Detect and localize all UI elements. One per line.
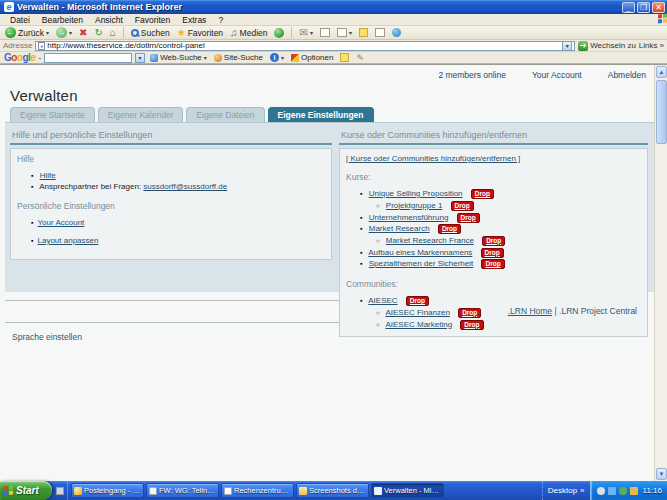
desktop-chevron-icon[interactable]: » — [580, 486, 584, 495]
search-button[interactable]: Suchen — [129, 26, 172, 39]
restore-button[interactable]: ❐ — [637, 2, 650, 13]
drop-button[interactable]: Drop — [458, 308, 481, 318]
menu-item[interactable]: Extras — [176, 14, 212, 26]
favorites-button[interactable]: ★ Favoriten — [175, 26, 225, 39]
community-link[interactable]: AIESEC Marketing — [385, 320, 452, 329]
course-link[interactable]: Unique Selling Proposition — [369, 189, 463, 198]
course-link[interactable]: Projektgruppe 1 — [386, 201, 442, 210]
address-dropdown-icon[interactable]: ▾ — [562, 41, 572, 51]
personal-settings-link[interactable]: Your Account — [37, 218, 84, 227]
tray-icon-3[interactable] — [619, 487, 627, 495]
course-link[interactable]: Unternehmensführung — [369, 213, 449, 222]
scrollbar-thumb[interactable] — [656, 80, 667, 144]
lrn-project-central-link[interactable]: .LRN Project Central — [559, 306, 637, 316]
go-arrow-icon: ➜ — [578, 41, 588, 51]
tab[interactable]: Eigene Startseite — [10, 107, 95, 122]
set-language-link[interactable]: Sprache einstellen — [12, 332, 82, 342]
scroll-up-icon[interactable]: ▲ — [656, 66, 667, 78]
site-search-button[interactable]: Site-Suche — [212, 53, 265, 62]
taskbar: Start Posteingang - Micros... FW: WG: Te… — [0, 481, 667, 500]
pencil-button[interactable]: ✎ — [354, 53, 366, 63]
menu-item[interactable]: Favoriten — [129, 14, 176, 26]
tray-icon-2[interactable] — [608, 487, 616, 495]
mail-button[interactable]: ✉ ▾ — [297, 26, 314, 39]
tray-icon-1[interactable] — [597, 487, 605, 495]
home-button[interactable]: ⌂ — [108, 26, 118, 39]
course-link[interactable]: Market Research France — [386, 236, 474, 245]
messenger-button[interactable] — [373, 26, 387, 39]
menu-item[interactable]: Ansicht — [89, 14, 129, 26]
your-account-link[interactable]: Your Account — [532, 70, 582, 80]
drop-button[interactable]: Drop — [482, 236, 505, 246]
web-search-button[interactable]: Web-Suche ▾ — [148, 53, 209, 62]
history-button[interactable] — [272, 26, 286, 39]
address-input[interactable] — [47, 41, 560, 50]
back-button[interactable]: ← Zurück ▾ — [3, 26, 51, 39]
contact-email-link[interactable]: sussdorff@sussdorff.de — [143, 182, 227, 191]
drop-button[interactable]: Drop — [471, 189, 494, 199]
forward-dropdown-icon: ▾ — [69, 29, 72, 36]
page-icon: e — [38, 42, 45, 50]
menu-item[interactable]: Bearbeiten — [36, 14, 89, 26]
taskbar-task[interactable]: Screenshots dotLRN... — [296, 483, 369, 498]
media-button[interactable]: ♫ Medien — [228, 26, 269, 39]
highlight-button[interactable] — [338, 53, 351, 62]
contacts-button[interactable] — [390, 26, 403, 39]
scroll-down-icon[interactable]: ▼ — [656, 468, 667, 480]
menu-item[interactable]: ? — [212, 14, 229, 26]
links-toolbar[interactable]: Links » — [639, 41, 664, 50]
toolbar-separator — [123, 27, 124, 38]
google-input-dropdown-icon[interactable]: ▾ — [135, 53, 145, 63]
taskbar-task[interactable]: Verwalten - Microsoft... — [371, 483, 444, 498]
stop-button[interactable]: ✖ — [77, 26, 89, 39]
forward-button[interactable]: → ▾ — [54, 26, 74, 39]
taskbar-task[interactable]: Posteingang - Micros... — [71, 483, 144, 498]
drop-button[interactable]: Drop — [406, 296, 429, 306]
start-button[interactable]: Start — [0, 481, 52, 500]
address-field[interactable]: e ▾ — [35, 41, 575, 51]
course-link[interactable]: Spezialthemen der Sicherheit — [369, 259, 474, 268]
list-item: Hilfe — [31, 171, 325, 181]
close-button[interactable]: ✕ — [652, 2, 665, 13]
vertical-scrollbar[interactable]: ▲ ▼ — [654, 65, 667, 481]
logout-link[interactable]: Abmelden — [608, 70, 646, 80]
start-label: Start — [16, 485, 39, 496]
menu-item[interactable]: Datei — [4, 14, 36, 26]
drop-button[interactable]: Drop — [457, 213, 480, 223]
course-link[interactable]: Aufbau eines Markennamens — [368, 248, 472, 257]
community-link[interactable]: AIESEC Finanzen — [385, 308, 449, 317]
drop-button[interactable]: Drop — [451, 201, 474, 211]
refresh-button[interactable]: ↻ — [92, 26, 104, 39]
drop-button[interactable]: Drop — [481, 248, 504, 258]
personal-settings-link[interactable]: Layout anpassen — [37, 236, 98, 245]
minimize-button[interactable]: _ — [622, 2, 635, 13]
taskbar-task[interactable]: FW: WG: Teilnahme v... — [146, 483, 219, 498]
desktop-toolbar[interactable]: Desktop » — [542, 481, 590, 500]
help-link[interactable]: Hilfe — [40, 171, 56, 180]
quick-launch-icon[interactable] — [56, 487, 64, 495]
course-link[interactable]: Market Research — [369, 224, 430, 233]
tab[interactable]: Eigene Einstellungen — [268, 107, 374, 122]
info-icon: i — [270, 53, 279, 62]
tab[interactable]: Eigener Kalender — [98, 107, 184, 122]
lrn-home-link[interactable]: .LRN Home — [508, 306, 552, 316]
taskbar-task[interactable]: Rechenzentrum Uni K... — [221, 483, 294, 498]
manage-memberships-link[interactable]: [ Kurse oder Communities hinzufügen/entf… — [346, 154, 520, 163]
drop-button[interactable]: Drop — [460, 320, 483, 330]
edit-button[interactable]: ▾ — [335, 26, 354, 39]
members-online-text: 2 members online — [438, 70, 506, 80]
course-item: Market Research Drop — [360, 224, 641, 234]
drop-button[interactable]: Drop — [438, 224, 461, 234]
go-button[interactable]: ➜ Wechseln zu — [578, 41, 636, 51]
tray-icon-4[interactable] — [630, 487, 638, 495]
google-search-input[interactable] — [44, 53, 132, 63]
ie-toolbar: ← Zurück ▾ → ▾ ✖ ↻ ⌂ Suchen ★ Favoriten … — [0, 26, 667, 40]
drop-button[interactable]: Drop — [481, 259, 504, 269]
community-link[interactable]: AIESEC — [368, 296, 397, 305]
options-button[interactable]: Optionen — [289, 53, 335, 62]
discuss-button[interactable] — [357, 26, 370, 39]
page-info-button[interactable]: i ▾ — [268, 53, 286, 62]
tab-label: Eigene Startseite — [20, 110, 85, 120]
print-button[interactable] — [318, 26, 332, 39]
tab[interactable]: Eigene Dateien — [186, 107, 264, 122]
